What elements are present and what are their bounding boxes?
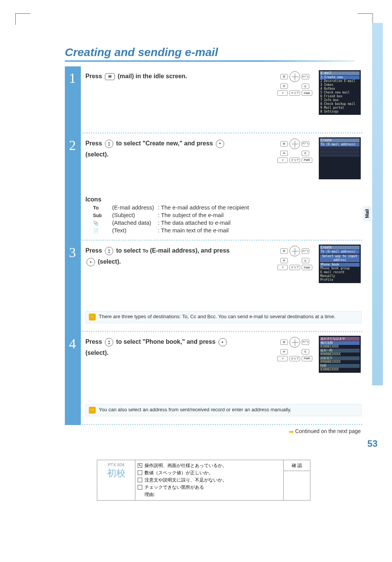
pwr-key-icon: PWR bbox=[302, 90, 312, 96]
checkbox-icon bbox=[138, 485, 142, 490]
keypad-illustration: ⊞ｱﾌﾟﾘ ✉E ↗クリアPWR bbox=[274, 70, 316, 97]
apuri-key-icon: ｱﾌﾟﾘ bbox=[302, 74, 309, 79]
phone-screen-1: E-mail 1 Create new 2 Decoration E-mail … bbox=[319, 70, 361, 115]
up-down-icon bbox=[105, 338, 113, 346]
dpad-icon bbox=[289, 71, 300, 82]
step-number-1: 1 bbox=[65, 66, 80, 134]
tip-icon: ☞ bbox=[89, 314, 96, 320]
phone-screen-2: Create To (E-mail address) bbox=[319, 137, 361, 179]
up-down-icon bbox=[105, 140, 113, 148]
checkbox-icon bbox=[138, 470, 142, 475]
e-key-icon: E bbox=[302, 84, 309, 89]
arrow-right-icon: ➡ bbox=[289, 428, 294, 435]
center-select-icon bbox=[87, 258, 95, 266]
title-underline bbox=[65, 60, 355, 62]
icons-heading: Icons bbox=[85, 196, 361, 203]
phone-screen-3: Create To (E-mail address) Select way to… bbox=[319, 245, 361, 283]
step-number-2: 2 bbox=[65, 134, 80, 241]
step-4-instruction: Press to select "Phone book," and press … bbox=[85, 337, 230, 359]
tip-icon: ☞ bbox=[89, 407, 96, 414]
mail-key-icon: ✉ bbox=[280, 84, 288, 89]
keypad-illustration: ⊞ｱﾌﾟﾘ ✉E ↗クリアPWR bbox=[274, 137, 316, 164]
checkbox-icon bbox=[138, 463, 142, 468]
icon-def-to: To(E-mail address): The e-mail address o… bbox=[93, 204, 361, 211]
step-2-instruction: Press to select "Create new," and press … bbox=[85, 138, 230, 160]
proof-row: 数値（スペック値）が正しいか。 bbox=[145, 470, 213, 476]
keypad-illustration: ⊞ｱﾌﾟﾘ ✉E ↗クリアPWR bbox=[274, 245, 316, 271]
proof-row: 注意文や説明文に誤り、不足がないか。 bbox=[145, 477, 227, 483]
checkbox-icon bbox=[138, 478, 142, 482]
mail-icon: ✉ bbox=[105, 73, 115, 80]
clear-key-icon: クリア bbox=[289, 90, 300, 96]
step-number-3: 3 bbox=[65, 241, 80, 332]
center-select-icon bbox=[218, 338, 227, 346]
confirm-label: 確 認 bbox=[284, 462, 309, 469]
page-number: 53 bbox=[65, 438, 378, 449]
proof-stage: 初校 bbox=[99, 467, 133, 479]
section-tab-mail: Mail bbox=[363, 206, 371, 221]
up-down-icon bbox=[105, 247, 113, 255]
book-key-icon: ⊞ bbox=[280, 74, 288, 79]
proof-check-box: PTX-924 初校 操作説明、画面が仕様とあっているか。 数値（スペック値）が… bbox=[97, 460, 310, 501]
step-number-4: 4 bbox=[65, 332, 80, 425]
crop-mark-tl bbox=[15, 13, 31, 25]
keypad-illustration: ⊞ｱﾌﾟﾘ ✉E ↗クリアPWR bbox=[274, 336, 316, 362]
proof-row: 理由: bbox=[145, 491, 155, 498]
page-title: Creating and sending e-mail bbox=[65, 46, 369, 59]
crop-mark-tr bbox=[358, 13, 373, 25]
icon-def-sub: Sub(Subject): The subject of the e-mail bbox=[93, 212, 361, 218]
proof-id: PTX-924 bbox=[99, 462, 133, 467]
proof-row: 操作説明、画面が仕様とあっているか。 bbox=[145, 462, 227, 469]
tip-note-3: ☞ There are three types of destinations:… bbox=[85, 311, 361, 323]
call-key-icon: ↗ bbox=[277, 90, 288, 96]
side-color-bar bbox=[372, 23, 383, 385]
phone-screen-4: あかさたなはまや 相川太郎 030001XXXX 青木一郎 0900002XXX… bbox=[319, 336, 361, 373]
proof-row: チェックできない箇所がある bbox=[145, 484, 204, 491]
icon-def-attach: (Attached data): The data attached to e-… bbox=[93, 219, 361, 226]
tip-note-4: ☞ You can also select an address from se… bbox=[85, 404, 361, 416]
step-3-instruction: Press to select To (E-mail address), and… bbox=[85, 245, 230, 267]
icon-def-text: (Text): The main text of the e-mail bbox=[93, 227, 361, 233]
center-select-icon bbox=[216, 140, 224, 148]
continued-note: ➡ Continued on the next page bbox=[65, 425, 362, 438]
